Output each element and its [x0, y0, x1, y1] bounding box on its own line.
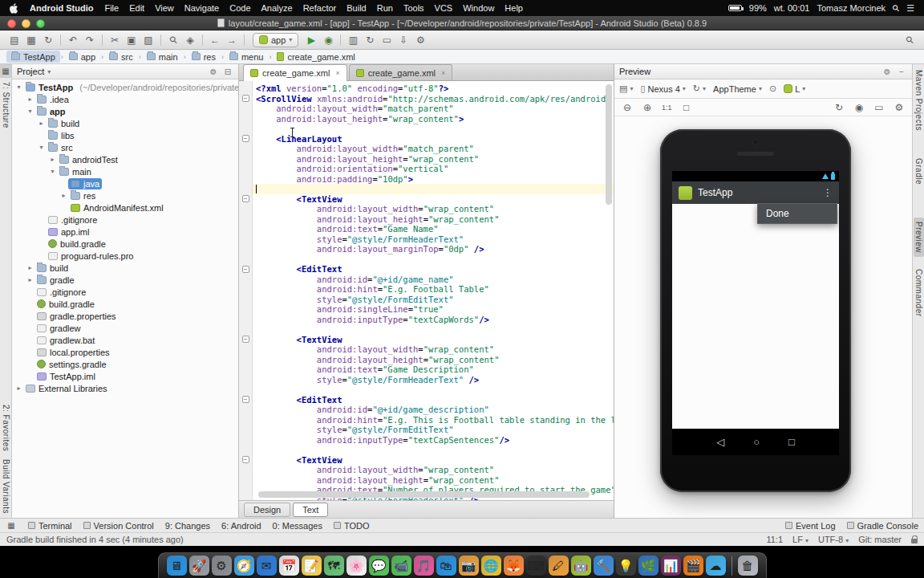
tree-item-java[interactable]: java	[12, 177, 238, 189]
code-line-10[interactable]	[253, 184, 614, 194]
code-line-17[interactable]	[253, 254, 614, 265]
caret-position[interactable]: 11:1	[766, 535, 783, 544]
avd-manager-icon[interactable]: ▭	[379, 32, 395, 47]
menu-item-help[interactable]: Help	[505, 3, 523, 13]
fold-marker-icon[interactable]: −	[242, 336, 249, 343]
menu-item-analyze[interactable]: Analyze	[261, 3, 293, 13]
mode-tab-text[interactable]: Text	[293, 503, 328, 517]
code-line-21[interactable]: style="@style/FormEditText"	[253, 295, 614, 305]
dock-app-itunes[interactable]: 🎵	[414, 556, 434, 576]
expand-arrow-icon[interactable]: ▸	[26, 96, 34, 103]
encoding-selector[interactable]: UTF-8 ▾	[818, 535, 849, 544]
collapse-arrow-icon[interactable]: ▾	[48, 168, 57, 175]
code-line-26[interactable]: android:layout_width="wrap_content"	[253, 344, 614, 355]
api-level-selector[interactable]: L▾	[784, 84, 805, 94]
expand-arrow-icon[interactable]: ▸	[59, 192, 68, 199]
code-line-1[interactable]: <ScrollView xmlns:android="http://schema…	[253, 94, 614, 104]
notification-center-icon[interactable]: ☰	[906, 3, 914, 14]
menu-item-edit[interactable]: Edit	[129, 3, 144, 13]
close-tab-icon[interactable]: ×	[335, 69, 339, 77]
code-line-30[interactable]	[253, 385, 614, 395]
tree-item-gradlew[interactable]: gradlew	[12, 322, 238, 334]
fold-marker-icon[interactable]: −	[242, 95, 249, 102]
collapse-arrow-icon[interactable]: ▾	[26, 108, 34, 115]
tree-item-build[interactable]: ▸build	[12, 117, 238, 129]
tree-item-external-libraries[interactable]: ▸External Libraries	[12, 382, 238, 394]
preview-canvas[interactable]: TestApp ⋮ Done ◁ ○ □	[614, 116, 912, 518]
menu-item-navigate[interactable]: Navigate	[184, 3, 219, 13]
breadcrumb-item-main[interactable]: main	[142, 51, 183, 63]
tree-item-main[interactable]: ▾main	[12, 165, 238, 177]
expand-arrow-icon[interactable]: ▸	[37, 120, 46, 127]
dock-app-safari[interactable]: 🧭	[234, 556, 254, 576]
search-everywhere-icon[interactable]: ⚲	[898, 29, 921, 51]
open-icon[interactable]: ▤	[6, 32, 22, 47]
sdk-manager-icon[interactable]: ⇩	[395, 32, 411, 47]
activity-selector[interactable]: ⊙	[769, 83, 776, 94]
refresh-icon[interactable]: ↻	[831, 100, 847, 115]
collapse-all-icon[interactable]: ⊟	[222, 67, 233, 76]
code-line-24[interactable]	[253, 324, 614, 335]
code-line-35[interactable]: android:inputType="textCapSentences"/>	[253, 435, 614, 446]
zoom-actual-icon[interactable]: 1:1	[659, 100, 675, 115]
paste-icon[interactable]: ▧	[140, 32, 156, 47]
code-line-20[interactable]: android:hint="E.g. Football Table"	[253, 284, 614, 295]
menu-item-done[interactable]: Done	[757, 203, 837, 224]
code-line-31[interactable]: <EditText	[253, 395, 614, 405]
window-title-bar[interactable]: layout/create_game.xml - [app] - TestApp…	[0, 16, 924, 31]
code-line-19[interactable]: android:id="@+id/game_name"	[253, 275, 614, 285]
breadcrumb-item-src[interactable]: src	[104, 51, 138, 63]
code-line-37[interactable]: <TextView	[253, 455, 614, 466]
breadcrumb-item-create-game-xml[interactable]: create_game.xml	[272, 51, 359, 63]
device-selector[interactable]: ▯Nexus 4▾	[640, 83, 685, 94]
breadcrumb-item-menu[interactable]: menu	[225, 51, 269, 63]
editor-code-area[interactable]: −−−−−−− <?xml version="1.0" encoding="ut…	[239, 81, 614, 500]
dock-app-finder[interactable]: 🖥	[167, 556, 187, 576]
debug-icon[interactable]: ◉	[320, 32, 336, 47]
menu-item-file[interactable]: File	[104, 3, 119, 13]
frame-toggle-icon[interactable]: ▭	[871, 100, 887, 115]
tool-button-build-variants[interactable]: Build Variants	[1, 455, 11, 518]
code-line-33[interactable]: android:hint="E.g. This is Football tabl…	[253, 415, 614, 425]
tool-window-switcher-icon[interactable]: ▦	[6, 519, 17, 532]
tool-button-maven-projects[interactable]: Maven Projects	[914, 66, 924, 135]
dock-app-maps[interactable]: 🗺	[324, 556, 344, 576]
readonly-lock-icon[interactable]	[911, 539, 918, 543]
code-line-36[interactable]	[253, 445, 614, 455]
render-config-button[interactable]: ▤▾	[619, 83, 633, 94]
tree-item-proguard-rules-pro[interactable]: proguard-rules.pro	[12, 250, 238, 262]
tree-item-libs[interactable]: libs	[12, 129, 238, 141]
sync-project-icon[interactable]: ↻	[362, 32, 378, 47]
editor-vertical-scrollbar[interactable]	[606, 84, 612, 205]
zoom-fit-icon[interactable]: □	[679, 100, 695, 115]
tool-button-commander[interactable]: Commander	[914, 265, 924, 321]
hide-panel-icon[interactable]: −	[896, 67, 907, 76]
dock-app-trash[interactable]: 🗑	[738, 556, 758, 576]
expand-arrow-icon[interactable]: ▸	[26, 276, 34, 283]
line-ending-selector[interactable]: LF ▾	[792, 535, 808, 544]
tree-item-build-gradle[interactable]: build.gradle	[12, 238, 238, 250]
dock-app-notes[interactable]: 📝	[302, 556, 322, 576]
project-panel-title[interactable]: Project	[17, 67, 44, 76]
collapse-arrow-icon[interactable]: ▾	[14, 83, 23, 91]
code-line-38[interactable]: android:layout_width="wrap_content"	[253, 465, 614, 475]
zoom-out-icon[interactable]: ⊖	[619, 100, 635, 115]
back-icon[interactable]: ←	[207, 32, 223, 47]
code-line-12[interactable]: android:layout_width="wrap_content"	[253, 204, 614, 214]
tool-window-button-6-android[interactable]: 6: Android	[221, 521, 261, 531]
code-line-9[interactable]: android:padding="10dp">	[253, 174, 614, 185]
menu-item-refactor[interactable]: Refactor	[303, 3, 337, 13]
editor-tab-1[interactable]: create_game.xml×	[349, 64, 453, 80]
close-tab-icon[interactable]: ×	[441, 69, 445, 77]
dock-app-calendar[interactable]: 📅	[279, 556, 299, 576]
tree-item-testapp[interactable]: ▾TestApp(~/Developer/android/repositorie…	[12, 81, 238, 93]
tool-window-button-9-changes[interactable]: 9: Changes	[165, 521, 210, 531]
code-line-4[interactable]	[253, 124, 614, 134]
fold-marker-icon[interactable]: −	[242, 195, 249, 202]
code-line-27[interactable]: android:layout_height="wrap_content"	[253, 355, 614, 365]
tree-item-gradle-properties[interactable]: gradle.properties	[12, 310, 238, 322]
tree-item-build-gradle[interactable]: build.gradle	[12, 298, 238, 310]
back-icon[interactable]: ◁	[716, 436, 724, 448]
menu-clock[interactable]: wt. 00:01	[774, 3, 810, 13]
dock-app-sourcetree[interactable]: 🌿	[638, 556, 659, 576]
